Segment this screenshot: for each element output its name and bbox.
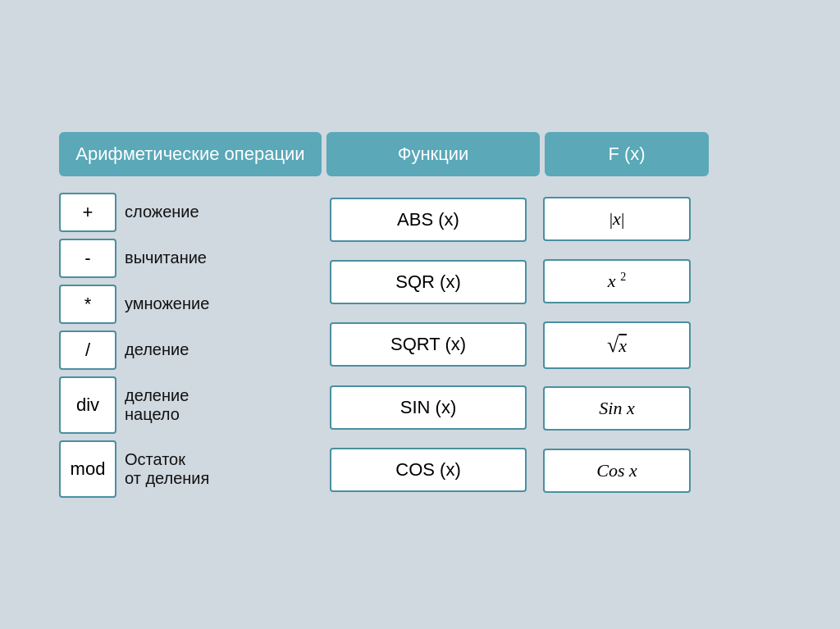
sin-formula: Sin x: [599, 398, 634, 418]
functions-column: ABS (x) SQR (x) SQRT (x) SIN (x) COS (x): [322, 193, 535, 498]
fx-sqrt: √x: [543, 321, 691, 369]
symbol-minus: -: [59, 239, 116, 278]
name-add: сложение: [125, 203, 199, 221]
name-intdiv: деление нацело: [125, 386, 189, 424]
arith-intdiv: div деление нацело: [59, 376, 313, 434]
symbol-mod: mod: [59, 440, 116, 498]
arith-div: / деление: [59, 330, 313, 370]
cos-formula: Cos x: [596, 460, 637, 481]
header-row: Арифметические операции Функции F (x): [59, 132, 781, 176]
main-container: Арифметические операции Функции F (x) + …: [51, 116, 789, 514]
fx-sqr: x 2: [543, 259, 691, 303]
fx-cos: Cos x: [543, 449, 691, 493]
func-sqr: SQR (x): [330, 260, 527, 304]
symbol-plus: +: [59, 193, 116, 232]
arith-mul: * умножение: [59, 285, 313, 324]
sqrt-formula: √x: [607, 333, 627, 357]
name-mul: умножение: [125, 294, 209, 313]
name-mod: Остаток от деления: [125, 450, 209, 488]
header-arith: Арифметические операции: [59, 132, 322, 176]
content-row: + сложение - вычитание * умножение / дел…: [59, 193, 781, 498]
arithmetic-column: + сложение - вычитание * умножение / дел…: [59, 193, 322, 498]
fx-sin: Sin x: [543, 386, 691, 431]
arith-add: + сложение: [59, 193, 313, 232]
symbol-mul: *: [59, 285, 116, 324]
header-func: Функции: [326, 132, 540, 176]
header-fx: F (x): [545, 132, 709, 176]
fx-column: |x| x 2 √x Sin x Cos x: [535, 193, 699, 498]
name-div: деление: [125, 340, 189, 359]
symbol-div: /: [59, 330, 116, 370]
symbol-intdiv: div: [59, 376, 116, 434]
func-cos: COS (x): [330, 448, 527, 492]
func-sin: SIN (x): [330, 385, 527, 430]
sqr-formula: x 2: [608, 271, 626, 291]
name-sub: вычитание: [125, 248, 207, 267]
arith-mod: mod Остаток от деления: [59, 440, 313, 498]
fx-abs: |x|: [543, 197, 691, 241]
arith-sub: - вычитание: [59, 239, 313, 278]
abs-symbol: |x|: [609, 208, 625, 229]
func-sqrt: SQRT (x): [330, 322, 527, 367]
func-abs: ABS (x): [330, 198, 527, 242]
